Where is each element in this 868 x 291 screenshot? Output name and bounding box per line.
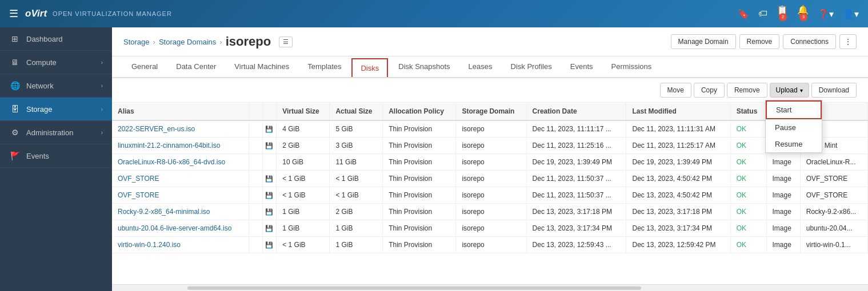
tab-leases[interactable]: Leases	[461, 56, 501, 78]
chevron-right-icon: ›	[101, 130, 103, 136]
col-header-last-modified: Last Modified	[626, 103, 730, 120]
tag-icon[interactable]: 🏷	[758, 9, 767, 19]
cell-desc: OracleLinux-R...	[800, 154, 867, 171]
cell-storage-domain: isorepo	[456, 220, 526, 237]
breadcrumb: Storage › Storage Domains › isorepo ☰	[123, 34, 293, 49]
sidebar-item-compute[interactable]: 🖥 Compute ›	[0, 51, 112, 74]
tab-disks[interactable]: Disks	[351, 58, 388, 77]
cell-actual-size: 3 GiB	[330, 138, 383, 154]
more-actions-button[interactable]: ⋮	[839, 34, 857, 49]
tab-templates[interactable]: Templates	[299, 56, 349, 78]
cell-type: Image	[766, 204, 800, 220]
cell-boot: 💾	[263, 171, 277, 187]
remove-row-button[interactable]: Remove	[727, 83, 767, 98]
cell-boot: 💾	[263, 187, 277, 204]
remove-button[interactable]: Remove	[739, 34, 780, 49]
cell-creation-date: Dec 11, 2023, 11:25:16 ...	[526, 138, 626, 154]
cell-type: Image	[766, 187, 800, 204]
col-header-creation-date: Creation Date	[526, 103, 626, 120]
tab-general[interactable]: General	[123, 56, 166, 78]
breadcrumb-storage[interactable]: Storage	[123, 38, 150, 46]
sidebar-item-label: Network	[26, 82, 95, 90]
cell-status: OK	[730, 171, 766, 187]
upload-start-item[interactable]: Start	[766, 100, 822, 119]
bell-icon[interactable]: 🔔3	[797, 5, 809, 23]
table-row[interactable]: OracleLinux-R8-U6-x86_64-dvd.iso 10 GiB …	[112, 154, 868, 171]
tab-disk-profiles[interactable]: Disk Profiles	[503, 56, 560, 78]
cell-last-modified: Dec 11, 2023, 11:11:31 AM	[626, 120, 730, 138]
breadcrumb-sep1: ›	[153, 38, 155, 46]
cell-oc	[249, 220, 263, 237]
cell-alias: ubuntu-20.04.6-live-server-amd64.iso	[112, 220, 249, 237]
tab-events[interactable]: Events	[562, 56, 601, 78]
cell-desc: Rocky-9.2-x86...	[800, 204, 867, 220]
horizontal-scrollbar[interactable]	[112, 284, 868, 291]
cell-oc	[249, 204, 263, 220]
sidebar-item-storage[interactable]: 🗄 Storage ›	[0, 98, 112, 121]
chevron-right-icon: ›	[101, 59, 103, 66]
header-left: ☰ oVirt OPEN VIRTUALIZATION MANAGER	[9, 7, 172, 20]
sidebar-item-network[interactable]: 🌐 Network ›	[0, 74, 112, 98]
page-title: isorepo	[226, 34, 271, 49]
cell-type: Image	[766, 154, 800, 171]
cell-creation-date: Dec 19, 2023, 1:39:49 PM	[526, 154, 626, 171]
events-icon: 🚩	[9, 151, 21, 160]
upload-button[interactable]: Upload ▾	[770, 83, 809, 98]
tab-virtual-machines[interactable]: Virtual Machines	[226, 56, 297, 78]
manage-domain-button[interactable]: Manage Domain	[671, 34, 736, 49]
tab-disk-snapshots[interactable]: Disk Snapshots	[390, 56, 458, 78]
table-row[interactable]: 2022-SERVER_en-us.iso 💾 4 GiB 5 GiB Thin…	[112, 120, 868, 138]
cell-type: Image	[766, 237, 800, 253]
cell-storage-domain: isorepo	[456, 138, 526, 154]
cell-oc	[249, 120, 263, 138]
copy-button[interactable]: Copy	[694, 83, 725, 98]
help-icon[interactable]: ❓▾	[818, 9, 834, 19]
logo-text: oVirt	[25, 8, 47, 19]
list-view-button[interactable]: ☰	[279, 37, 293, 47]
bookmark-icon[interactable]: 🔖	[738, 9, 749, 19]
app-logo: oVirt OPEN VIRTUALIZATION MANAGER	[25, 8, 172, 19]
table-row[interactable]: virtio-win-0.1.240.iso 💾 < 1 GiB 1 GiB T…	[112, 237, 868, 253]
col-header-boot	[263, 103, 277, 120]
hamburger-menu[interactable]: ☰	[9, 7, 18, 20]
user-icon[interactable]: 👤▾	[843, 9, 859, 19]
tab-data-center[interactable]: Data Center	[168, 56, 224, 78]
table-row[interactable]: Rocky-9.2-x86_64-minimal.iso 💾 1 GiB 2 G…	[112, 204, 868, 220]
connections-button[interactable]: Connections	[783, 34, 836, 49]
cell-alias: OVF_STORE	[112, 171, 249, 187]
tasks-icon[interactable]: 📋2	[777, 5, 788, 23]
cell-desc: OVF_STORE	[800, 171, 867, 187]
col-header-storage-domain: Storage Domain	[456, 103, 526, 120]
breadcrumb-storage-domains[interactable]: Storage Domains	[159, 38, 216, 46]
download-button[interactable]: Download	[811, 83, 857, 98]
cell-oc	[249, 154, 263, 171]
cell-status: OK	[730, 204, 766, 220]
table-row[interactable]: linuxmint-21.2-cinnamon-64bit.iso 💾 2 Gi…	[112, 138, 868, 154]
cell-type: Image	[766, 220, 800, 237]
upload-pause-item[interactable]: Pause	[766, 119, 822, 136]
cell-virtual-size: 2 GiB	[277, 138, 330, 154]
top-header: ☰ oVirt OPEN VIRTUALIZATION MANAGER 🔖 🏷 …	[0, 0, 868, 27]
chevron-right-icon: ›	[101, 106, 103, 112]
compute-icon: 🖥	[9, 58, 21, 67]
sidebar-item-dashboard[interactable]: ⊞ Dashboard	[0, 27, 112, 51]
cell-boot: 💾	[263, 120, 277, 138]
cell-oc	[249, 187, 263, 204]
cell-allocation-policy: Thin Provision	[383, 187, 456, 204]
cell-last-modified: Dec 11, 2023, 11:25:17 AM	[626, 138, 730, 154]
disk-table: Alias Virtual Size Actual Size Allocatio…	[112, 103, 868, 253]
table-row[interactable]: OVF_STORE 💾 < 1 GiB < 1 GiB Thin Provisi…	[112, 187, 868, 204]
move-button[interactable]: Move	[660, 83, 691, 98]
tab-permissions[interactable]: Permissions	[603, 56, 660, 78]
table-row[interactable]: ubuntu-20.04.6-live-server-amd64.iso 💾 1…	[112, 220, 868, 237]
sidebar-item-events[interactable]: 🚩 Events	[0, 144, 112, 168]
header-right: 🔖 🏷 📋2 🔔3 ❓▾ 👤▾	[738, 5, 859, 23]
table-row[interactable]: OVF_STORE 💾 < 1 GiB < 1 GiB Thin Provisi…	[112, 171, 868, 187]
sidebar-item-administration[interactable]: ⚙ Administration ›	[0, 121, 112, 144]
cell-last-modified: Dec 13, 2023, 4:50:42 PM	[626, 171, 730, 187]
app-name: OPEN VIRTUALIZATION MANAGER	[53, 10, 172, 17]
cell-virtual-size: < 1 GiB	[277, 187, 330, 204]
upload-label: Upload	[776, 86, 798, 94]
upload-resume-item[interactable]: Resume	[766, 136, 822, 152]
disk-table-container: Alias Virtual Size Actual Size Allocatio…	[112, 103, 868, 284]
